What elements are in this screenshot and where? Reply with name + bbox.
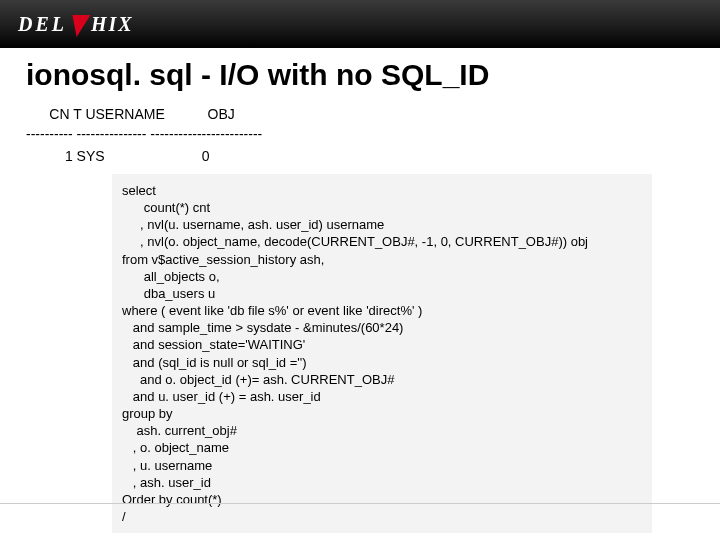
table-header-row: CN T USERNAME OBJ <box>26 106 694 122</box>
table-separator: ---------- --------------- -------------… <box>26 126 694 142</box>
brand-logo: DEL HIX <box>18 13 134 36</box>
slide-title: ionosql. sql - I/O with no SQL_ID <box>26 58 694 92</box>
top-bar: DEL HIX <box>0 0 720 48</box>
footer-divider <box>0 503 720 504</box>
table-data-row: 1 SYS 0 <box>26 148 694 164</box>
sql-code-block: select count(*) cnt , nvl(u. username, a… <box>112 174 652 533</box>
brand-suffix: HIX <box>91 13 134 36</box>
slide-body: ionosql. sql - I/O with no SQL_ID CN T U… <box>0 48 720 533</box>
brand-triangle-icon <box>68 15 91 37</box>
brand-prefix: DEL <box>18 13 67 36</box>
